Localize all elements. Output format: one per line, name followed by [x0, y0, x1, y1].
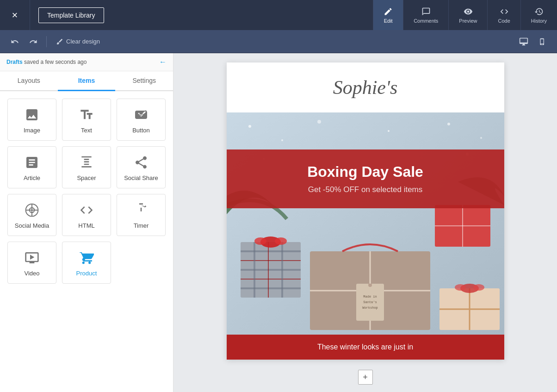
timer-icon: [134, 203, 149, 218]
spacer-icon: [79, 155, 94, 170]
item-label-social-share: Social Share: [124, 174, 158, 181]
svg-point-10: [447, 123, 450, 125]
back-arrow-button[interactable]: ←: [159, 58, 167, 66]
history-icon: [534, 7, 544, 16]
toolbar-separator: [46, 36, 47, 47]
item-card-social-media[interactable]: Social Media: [7, 194, 56, 236]
svg-text:Made in: Made in: [363, 295, 377, 299]
footer-text: These winter looks are just in: [236, 343, 495, 351]
nav-action-edit[interactable]: Edit: [373, 0, 403, 30]
item-label-button: Button: [132, 127, 150, 134]
desktop-icon: [519, 37, 528, 46]
svg-point-41: [455, 284, 466, 291]
nav-code-label: Code: [498, 18, 510, 24]
pencil-icon: [384, 7, 393, 16]
social-share-icon: [134, 155, 149, 170]
svg-point-45: [275, 237, 287, 245]
add-section-button[interactable]: +: [358, 370, 373, 385]
template-library-button[interactable]: Template Library: [38, 7, 104, 23]
item-card-image[interactable]: Image: [7, 99, 56, 141]
item-label-video: Video: [24, 270, 39, 277]
item-label-text: Text: [81, 127, 92, 134]
drafts-bar: Drafts saved a few seconds ago ←: [0, 53, 173, 71]
text-icon: [79, 107, 94, 122]
svg-point-29: [368, 283, 372, 287]
item-card-social-share[interactable]: Social Share: [117, 146, 166, 188]
undo-icon: [11, 37, 19, 46]
eye-icon: [464, 7, 473, 16]
tab-items[interactable]: Items: [58, 71, 116, 91]
saved-label: saved a few seconds ago: [24, 59, 87, 65]
sidebar: Drafts saved a few seconds ago ← Layouts…: [0, 53, 173, 392]
nav-history-label: History: [531, 18, 547, 24]
mobile-icon: [538, 37, 546, 46]
svg-text:Santa's: Santa's: [363, 300, 377, 304]
svg-point-44: [254, 237, 266, 245]
canvas-area: Sophie's: [173, 53, 557, 392]
product-icon: [79, 250, 94, 265]
svg-point-9: [388, 130, 390, 132]
comment-icon: [421, 7, 431, 16]
item-card-video[interactable]: Video: [7, 242, 56, 284]
brush-icon: [56, 38, 63, 45]
item-label-image: Image: [24, 127, 40, 134]
sophies-title: Sophie's: [236, 76, 495, 99]
item-label-product: Product: [76, 270, 97, 277]
drafts-label: Drafts: [6, 59, 23, 65]
nav-action-preview[interactable]: Preview: [448, 0, 487, 30]
main-layout: Drafts saved a few seconds ago ← Layouts…: [0, 53, 557, 392]
tab-settings[interactable]: Settings: [115, 71, 173, 91]
desktop-view-button[interactable]: [516, 34, 531, 49]
nav-comments-label: Comments: [414, 18, 438, 24]
sale-overlay: Boxing Day Sale Get -50% OFF on selected…: [227, 149, 504, 208]
mobile-view-button[interactable]: [535, 34, 550, 49]
toolbar-right: [516, 34, 550, 49]
gift-background-svg: Made in Santa's Workshop: [227, 112, 504, 335]
clear-design-label: Clear design: [66, 38, 100, 45]
image-icon: [25, 107, 39, 122]
drafts-status: Drafts saved a few seconds ago: [6, 59, 87, 65]
item-card-article[interactable]: Article: [7, 146, 56, 188]
nav-action-comments[interactable]: Comments: [403, 0, 448, 30]
item-label-timer: Timer: [134, 222, 149, 229]
item-card-timer[interactable]: Timer: [117, 194, 166, 236]
item-label-social-media: Social Media: [15, 222, 49, 229]
nav-action-code[interactable]: Code: [487, 0, 520, 30]
item-card-button[interactable]: Button: [117, 99, 166, 141]
html-icon: [79, 203, 94, 218]
svg-point-42: [473, 284, 484, 291]
undo-button[interactable]: [7, 34, 22, 49]
redo-icon: [29, 37, 37, 46]
item-card-spacer[interactable]: Spacer: [62, 146, 111, 188]
email-canvas: Sophie's: [227, 62, 504, 360]
tabs: Layouts Items Settings: [0, 71, 173, 91]
svg-text:Workshop: Workshop: [362, 306, 378, 310]
item-label-spacer: Spacer: [77, 174, 96, 181]
svg-point-8: [317, 120, 321, 124]
item-card-html[interactable]: HTML: [62, 194, 111, 236]
canvas-image-section: Made in Santa's Workshop: [227, 112, 504, 335]
item-label-html: HTML: [78, 222, 94, 229]
nav-preview-label: Preview: [459, 18, 477, 24]
nav-action-history[interactable]: History: [520, 0, 557, 30]
video-icon: [25, 250, 39, 265]
svg-point-6: [248, 125, 251, 128]
button-icon: [134, 107, 149, 122]
item-label-article: Article: [24, 174, 40, 181]
code-icon: [500, 7, 509, 16]
svg-point-11: [480, 137, 482, 139]
item-card-text[interactable]: Text: [62, 99, 111, 141]
svg-point-7: [281, 139, 283, 141]
sale-title: Boxing Day Sale: [236, 163, 495, 180]
nav-actions: Edit Comments Preview Code History: [373, 0, 557, 30]
tab-layouts[interactable]: Layouts: [0, 71, 58, 91]
items-grid: Image Text Button Article Spacer: [0, 91, 173, 291]
redo-button[interactable]: [26, 34, 41, 49]
clear-design-button[interactable]: Clear design: [52, 36, 104, 47]
top-nav: × Template Library Edit Comments Preview…: [0, 0, 557, 30]
item-card-product[interactable]: Product: [62, 242, 111, 284]
close-button[interactable]: ×: [0, 0, 30, 30]
nav-edit-label: Edit: [384, 18, 393, 24]
article-icon: [25, 155, 39, 170]
sale-subtitle: Get -50% OFF on selected items: [236, 185, 495, 194]
